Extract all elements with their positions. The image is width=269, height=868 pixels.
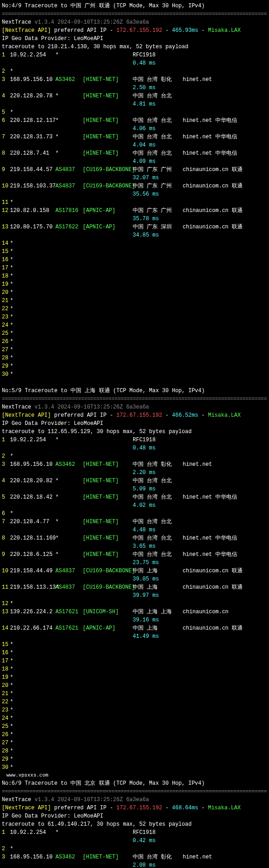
hop-number: 24 <box>2 714 10 722</box>
hop-number: 2 <box>2 452 10 460</box>
traceroute-title: No:5/9 Traceroute to 中国 上海 联通 (TCP Mode,… <box>2 387 267 395</box>
traceroute-title: No:6/9 Traceroute to 中国 北京 联通 (TCP Mode,… <box>2 779 267 787</box>
hop-row: 12120.82.0.158AS17816[APNIC-AP]中国 广东 广州c… <box>2 207 267 215</box>
hop-row: 18* <box>2 665 267 673</box>
hop-location: 中国 台湾 台北 <box>133 133 183 141</box>
hop-asn: * <box>55 149 83 157</box>
hop-number: 25 <box>2 329 10 338</box>
hop-location: 中国 台湾 台北 <box>133 550 183 559</box>
hop-row: 11* <box>2 198 267 207</box>
hop-number: 13 <box>2 223 10 231</box>
hop-latency-row: 4.81 ms <box>2 100 267 108</box>
hop-host: chinaunicom.cn 联通 <box>183 207 267 215</box>
hop-row: 2* <box>2 452 267 460</box>
hop-timeout: * <box>10 67 13 76</box>
hop-ip: 120.80.175.70 <box>10 223 55 231</box>
hop-ip: 10.92.2.254 <box>10 51 55 59</box>
hop-timeout: * <box>10 346 13 354</box>
hop-number: 29 <box>2 362 10 370</box>
hop-row: 24* <box>2 321 267 329</box>
hop-ip: 220.128.20.78 <box>10 92 55 100</box>
hop-network: [CU169-BACKBONE] <box>83 567 133 575</box>
hop-latency-row: 4.02 ms <box>2 501 267 510</box>
hop-timeout: * <box>10 264 13 272</box>
hop-location: RFC1918 <box>133 436 183 444</box>
hop-number: 10 <box>2 182 10 190</box>
hop-timeout: * <box>10 763 13 772</box>
hop-number: 9 <box>2 550 10 559</box>
hop-ip: 210.22.66.174 <box>10 624 55 632</box>
hop-network: [HINET-NET] <box>83 116 133 125</box>
hop-location: 中国 台湾 台北 <box>133 518 183 526</box>
hop-number: 19 <box>2 280 10 288</box>
hop-latency: 2.50 ms <box>133 84 155 92</box>
hop-row: 3168.95.156.10AS3462[HINET-NET]中国 台湾 彰化h… <box>2 460 267 469</box>
hop-row: 13139.226.224.2AS17621[UNICOM-SH]中国 上海 上… <box>2 608 267 616</box>
hop-asn: AS3462 <box>55 76 83 84</box>
hop-row: 19* <box>2 280 267 288</box>
hop-row: 17* <box>2 264 267 272</box>
hop-location: 中国 台湾 台北 <box>133 92 183 100</box>
api-line: [NextTrace API] preferred API IP - 172.6… <box>2 804 267 812</box>
hop-ip: 219.158.113.134 <box>10 583 55 591</box>
hop-number: 11 <box>2 583 10 591</box>
hop-number: 28 <box>2 747 10 755</box>
hop-latency: 4.04 ms <box>133 141 155 149</box>
hop-host: hinet.net 中华电信 <box>183 550 267 559</box>
hop-host <box>183 436 267 444</box>
hop-timeout: * <box>10 329 13 338</box>
hop-asn: * <box>55 477 83 485</box>
hop-row: 22* <box>2 305 267 313</box>
hop-number: 20 <box>2 288 10 297</box>
hop-timeout: * <box>10 297 13 305</box>
hop-ip: 220.128.31.73 <box>10 133 55 141</box>
hop-timeout: * <box>10 731 13 739</box>
hop-network: [HINET-NET] <box>83 76 133 84</box>
hop-host: chinaunicom.cn 联通 <box>183 567 267 575</box>
hop-asn: * <box>55 828 83 837</box>
hop-row: 12* <box>2 600 267 608</box>
hop-row: 28* <box>2 354 267 362</box>
hop-timeout: * <box>10 338 13 346</box>
hop-latency-row: 39.97 ms <box>2 591 267 600</box>
hop-number: 4 <box>2 92 10 100</box>
hop-timeout: * <box>10 641 13 649</box>
hop-row: 10219.158.44.49AS4837[CU169-BACKBONE]中国 … <box>2 567 267 575</box>
hop-latency: 2.08 ms <box>133 861 155 868</box>
hop-number: 27 <box>2 739 10 747</box>
hop-row: 4220.128.20.82*[HINET-NET]中国 台湾 台北 <box>2 477 267 485</box>
hop-number: 12 <box>2 600 10 608</box>
hop-location: 中国 广东 广州 <box>133 207 183 215</box>
hop-asn: AS4837 <box>55 567 83 575</box>
hop-number: 3 <box>2 853 10 861</box>
hop-host: hinet.net 中华电信 <box>183 149 267 157</box>
hop-network: [HINET-NET] <box>83 477 133 485</box>
hop-timeout: * <box>10 673 13 681</box>
hop-latency: 0.48 ms <box>133 59 155 67</box>
hop-number: 1 <box>2 436 10 444</box>
hop-location: 中国 广东 广州 <box>133 166 183 174</box>
hop-row: 14210.22.66.174AS17621[APNIC-AP]中国 上海chi… <box>2 624 267 632</box>
hop-network <box>83 828 133 837</box>
hop-row: 5* <box>2 108 267 116</box>
hop-latency-row: 3.65 ms <box>2 542 267 550</box>
hop-ip: 139.226.224.2 <box>10 608 55 616</box>
hop-network <box>83 436 133 444</box>
hop-asn: AS17816 <box>55 207 83 215</box>
hop-host: hinet.net <box>183 460 267 469</box>
hop-latency: 0.48 ms <box>133 444 155 452</box>
hop-row: 20* <box>2 681 267 690</box>
hop-location: 中国 广东 深圳 <box>133 223 183 231</box>
hop-ip: 219.158.103.37 <box>10 182 55 190</box>
traceroute-title: No:4/9 Traceroute to 中国 广州 联通 (TCP Mode,… <box>2 2 267 10</box>
hop-host: hinet.net 中华电信 <box>183 534 267 542</box>
hop-row: 6220.128.12.117*[HINET-NET]中国 台湾 台北hinet… <box>2 116 267 125</box>
hop-timeout: * <box>10 362 13 370</box>
hop-row: 11219.158.113.134AS4837[CU169-BACKBONE]中… <box>2 583 267 591</box>
hop-latency: 35.78 ms <box>133 215 159 223</box>
hop-number: 4 <box>2 477 10 485</box>
hop-row: 29* <box>2 755 267 763</box>
hop-location: 中国 台湾 台北 <box>133 493 183 501</box>
hop-timeout: * <box>10 280 13 288</box>
hop-latency-row: 0.48 ms <box>2 444 267 452</box>
